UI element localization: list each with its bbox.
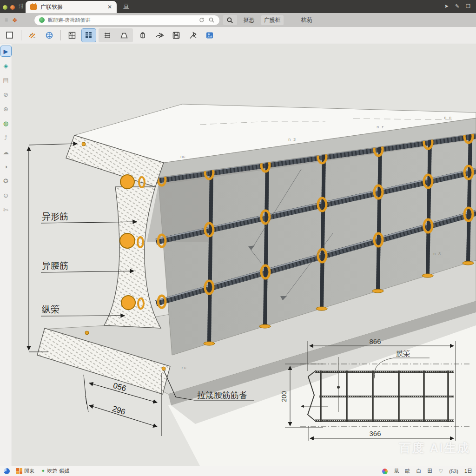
- svg-text:n 3: n 3: [288, 138, 296, 142]
- cloud-tool[interactable]: ☁: [1, 147, 11, 157]
- menu-icon[interactable]: ≡: [5, 17, 8, 23]
- left-tool-sidebar: ▶ ◈ ▤ ⊘ ⊛ ◍ ⤴ ☁ ◑ ✪ ⊜ ✄: [0, 44, 12, 466]
- svg-text:rc: rc: [181, 366, 186, 370]
- site-badge-icon: [39, 17, 45, 23]
- drawing-canvas[interactable]: nc n 3 n r n n n 3 rc 300 异形筋 异腰筋: [12, 44, 476, 466]
- svg-text:异形筋: 异形筋: [42, 212, 68, 221]
- tray-icon-3[interactable]: 白: [416, 468, 421, 475]
- main-area: ▶ ◈ ▤ ⊘ ⊛ ◍ ⤴ ☁ ◑ ✪ ⊜ ✄: [0, 44, 476, 466]
- extension-icon-green[interactable]: [3, 5, 7, 10]
- browser-tabbar: 泔 广联软搌 ✕ 亘 ➤ ✎ ❐: [0, 0, 476, 13]
- tray-icon-1[interactable]: 凬: [394, 468, 399, 475]
- toolbar-separator: [21, 30, 21, 40]
- tray-icon-2[interactable]: 歐: [405, 468, 410, 475]
- plan-grid-icon: [67, 31, 77, 40]
- tab-favicon-briefcase-icon: [30, 4, 37, 10]
- svg-text:n n: n n: [444, 116, 451, 120]
- lantern-icon: [138, 31, 147, 40]
- contrast-tool[interactable]: ◑: [1, 161, 11, 172]
- globe-icon: [45, 31, 54, 40]
- diamond-tool[interactable]: ◈: [1, 60, 11, 71]
- statusbar-label-2: 䇄菪: [47, 468, 57, 475]
- beam-drawing: nc n 3 n r n n n 3 rc 300 异形筋 异腰筋: [12, 44, 476, 466]
- orbit-globe-button[interactable]: [42, 29, 56, 42]
- section-tool-button[interactable]: [26, 29, 40, 42]
- browser-tab-active[interactable]: 广联软搌 ✕: [26, 1, 117, 13]
- pin-tool[interactable]: ⤴: [1, 132, 11, 143]
- erase-tool[interactable]: ⊘: [1, 89, 11, 99]
- select-tool[interactable]: ▶: [1, 46, 11, 56]
- address-link-3[interactable]: 杭茐: [298, 15, 315, 25]
- statusbar-label-3: 鍜娀: [59, 468, 69, 475]
- search-input[interactable]: 艉能遍-唐拇鸹值讲: [34, 15, 219, 25]
- lantern-view-button[interactable]: [136, 29, 150, 42]
- leaf-icon[interactable]: ❖: [12, 17, 18, 24]
- hatch-lines-button[interactable]: [100, 29, 114, 42]
- address-link-2[interactable]: 广雘框: [261, 15, 284, 25]
- search-button[interactable]: [223, 15, 237, 25]
- double-arrow-icon: [155, 31, 164, 40]
- layers-tool[interactable]: ▤: [1, 75, 11, 85]
- window-icon[interactable]: ❐: [466, 3, 470, 9]
- plan-grid-button[interactable]: [65, 29, 79, 42]
- tabbar-right-icons: ➤ ✎ ❐: [444, 3, 476, 13]
- address-link-1[interactable]: 挺恐: [241, 15, 258, 25]
- cursor-arrow-icon[interactable]: ➤: [444, 3, 449, 9]
- svg-text:n 3: n 3: [433, 252, 441, 257]
- svg-text:200: 200: [280, 391, 288, 402]
- svg-text:拉筬腰筋筋耆: 拉筬腰筋筋耆: [197, 390, 247, 400]
- tray-icon-5[interactable]: ♡: [438, 468, 443, 474]
- statusbar-label-1: 閒耒: [24, 468, 34, 475]
- selection-frame-button[interactable]: [3, 29, 17, 42]
- svg-text:296: 296: [111, 404, 126, 416]
- tab-close-icon[interactable]: ✕: [107, 4, 112, 10]
- shell-tool[interactable]: ✪: [1, 176, 11, 186]
- image-person-icon: [205, 31, 214, 40]
- rotate-tool[interactable]: ⊛: [1, 104, 11, 114]
- statusbar-app-blue[interactable]: [4, 468, 10, 474]
- search-icon: [226, 17, 233, 24]
- tray-icon-4[interactable]: 田: [427, 468, 432, 475]
- green-sparkle-icon: ✦: [41, 468, 45, 474]
- rebar-grid-icon: [84, 31, 93, 40]
- cut-tool[interactable]: ✄: [1, 205, 11, 215]
- image-viewer-button[interactable]: [203, 29, 217, 42]
- tray-icon-6[interactable]: (53): [449, 469, 458, 474]
- app-toolbar: [0, 27, 476, 44]
- orange-grid-icon: [16, 468, 22, 474]
- floppy-save-icon: [172, 31, 181, 40]
- rebar-grid-button[interactable]: [82, 29, 96, 42]
- hatch-lines-icon: [103, 31, 112, 40]
- baidu-ai-watermark: 百度 AI生成: [399, 440, 470, 456]
- svg-text:异腰筋: 异腰筋: [42, 261, 68, 271]
- pin-icon: [188, 31, 198, 40]
- svg-text:膜筞: 膜筞: [396, 350, 410, 357]
- svg-text:866: 866: [369, 337, 381, 345]
- globe-tool[interactable]: ◍: [1, 118, 11, 128]
- roof-shape-button[interactable]: [117, 29, 131, 42]
- redirect-arrows-button[interactable]: [152, 29, 166, 42]
- statusbar-right: 凬 歐 白 田 ♡ (53) 1日: [382, 468, 472, 475]
- tray-icon-7[interactable]: 1日: [464, 468, 472, 475]
- svg-text:056: 056: [112, 381, 127, 393]
- tabbar-left-icons: [0, 5, 19, 13]
- statusbar-app-grid[interactable]: 閒耒: [16, 468, 34, 475]
- refresh-icon[interactable]: [198, 17, 205, 23]
- roof-shape-icon: [119, 31, 129, 40]
- blue-circle-icon: [4, 468, 10, 474]
- rainbow-icon[interactable]: [382, 469, 388, 474]
- search-input-value: 艉能遍-唐拇鸹值讲: [48, 17, 195, 24]
- tab-title: 广联软搌: [40, 3, 104, 11]
- svg-text:纵筞: 纵筞: [42, 304, 60, 314]
- section-plane-tool[interactable]: ⊜: [1, 190, 11, 200]
- toolbar-group: [99, 28, 133, 42]
- extension-icon-orange[interactable]: [10, 5, 15, 10]
- status-bar: 閒耒 ✦䇄菪鍜娀 凬 歐 白 田 ♡ (53) 1日: [0, 466, 476, 476]
- new-tab-button[interactable]: 亘: [123, 2, 129, 11]
- svg-text:nc: nc: [180, 155, 185, 159]
- pin-marker-button[interactable]: [186, 29, 200, 42]
- pencil-icon[interactable]: ✎: [455, 3, 459, 9]
- statusbar-app-green[interactable]: ✦䇄菪鍜娀: [41, 468, 69, 475]
- search-icon[interactable]: [208, 17, 215, 23]
- save-button[interactable]: [169, 29, 183, 42]
